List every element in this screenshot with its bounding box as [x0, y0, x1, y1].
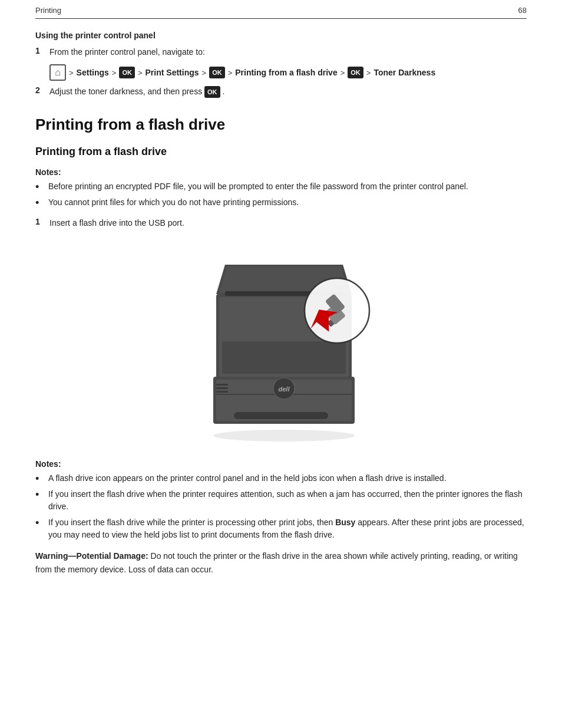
note-text-2: You cannot print files for which you do …	[48, 196, 527, 209]
header-page-number: 68	[518, 6, 527, 15]
nav-arrow-1: >	[69, 68, 74, 77]
home-icon: ⌂	[49, 64, 66, 81]
svg-rect-6	[216, 387, 228, 389]
note2-item-1: • A flash drive icon appears on the prin…	[35, 472, 527, 485]
step-1: 1 From the printer control panel, naviga…	[35, 46, 527, 58]
printer-image-container: dell	[35, 247, 527, 442]
step-1-text: From the printer control panel, navigate…	[49, 46, 205, 58]
warning-label: Warning—Potential Damage:	[35, 551, 148, 561]
svg-rect-7	[216, 391, 228, 393]
inline-ok-btn: OK	[204, 86, 220, 98]
page-container: Printing 68 Using the printer control pa…	[0, 0, 562, 611]
svg-point-0	[213, 430, 355, 442]
flash-step-1-number: 1	[35, 217, 46, 226]
warning-block: Warning—Potential Damage: Do not touch t…	[35, 549, 527, 576]
note2-text-3: If you insert the flash drive while the …	[48, 516, 527, 541]
notes-list-1: • Before printing an encrypted PDF file,…	[35, 180, 527, 209]
svg-rect-13	[222, 341, 346, 374]
svg-rect-3	[234, 412, 328, 419]
note2-item-2: • If you insert the flash drive when the…	[35, 488, 527, 513]
step-2: 2 Adjust the toner darkness, and then pr…	[35, 85, 527, 98]
nav-ok-2: OK	[209, 67, 225, 78]
note2-text-1: A flash drive icon appears on the printe…	[48, 472, 527, 485]
main-section-heading: Printing from a flash drive	[35, 116, 527, 134]
notes-label-2: Notes:	[35, 459, 527, 469]
header-section-title: Printing	[35, 6, 61, 15]
bullet-dot-1: •	[35, 182, 45, 192]
header-bar: Printing 68	[35, 0, 527, 19]
control-panel-steps: 1 From the printer control panel, naviga…	[35, 46, 527, 58]
step-1-number: 1	[35, 46, 46, 55]
flash-step-1: 1 Insert a flash drive into the USB port…	[35, 217, 527, 229]
note-item-1: • Before printing an encrypted PDF file,…	[35, 180, 527, 193]
note2-item-3: • If you insert the flash drive while th…	[35, 516, 527, 541]
svg-rect-5	[216, 384, 228, 386]
note-item-2: • You cannot print files for which you d…	[35, 196, 527, 209]
nav-path: ⌂ > Settings > OK > Print Settings > OK …	[49, 64, 527, 81]
bullet-dot-2: •	[35, 197, 45, 208]
notes-list-2: • A flash drive icon appears on the prin…	[35, 472, 527, 541]
flash-steps: 1 Insert a flash drive into the USB port…	[35, 217, 527, 229]
printer-image: dell	[181, 247, 381, 442]
nav-toner-darkness: Toner Darkness	[373, 68, 435, 77]
step-2-text: Adjust the toner darkness, and then pres…	[49, 85, 224, 98]
nav-arrow-5: >	[228, 68, 233, 77]
nav-arrow-4: >	[202, 68, 207, 77]
nav-quality-menu: Printing from a flash drive	[235, 68, 337, 77]
nav-arrow-7: >	[366, 68, 371, 77]
bullet2-dot-1: •	[35, 473, 45, 484]
note-text-1: Before printing an encrypted PDF file, y…	[48, 180, 527, 193]
busy-word: Busy	[335, 518, 355, 527]
bullet2-dot-2: •	[35, 489, 45, 500]
nav-ok-3: OK	[348, 67, 363, 78]
nav-arrow-3: >	[138, 68, 143, 77]
printer-control-panel-title: Using the printer control panel	[35, 31, 527, 40]
svg-text:dell: dell	[279, 386, 290, 393]
nav-ok-1: OK	[119, 67, 135, 78]
step-2-text-after: .	[222, 87, 224, 96]
sub-section-heading: Printing from a flash drive	[35, 146, 527, 158]
note2-text-2: If you insert the flash drive when the p…	[48, 488, 527, 513]
nav-print-settings: Print Settings	[146, 68, 199, 77]
nav-arrow-6: >	[340, 68, 345, 77]
bullet2-dot-3: •	[35, 518, 45, 528]
flash-step-1-text: Insert a flash drive into the USB port.	[49, 217, 184, 229]
nav-arrow-2: >	[112, 68, 117, 77]
control-panel-steps-2: 2 Adjust the toner darkness, and then pr…	[35, 85, 527, 98]
printer-control-panel-section: Using the printer control panel 1 From t…	[35, 31, 527, 98]
notes-label-1: Notes:	[35, 167, 527, 177]
step-2-number: 2	[35, 85, 46, 95]
nav-settings: Settings	[77, 68, 109, 77]
step-2-text-before: Adjust the toner darkness, and then pres…	[49, 87, 202, 96]
